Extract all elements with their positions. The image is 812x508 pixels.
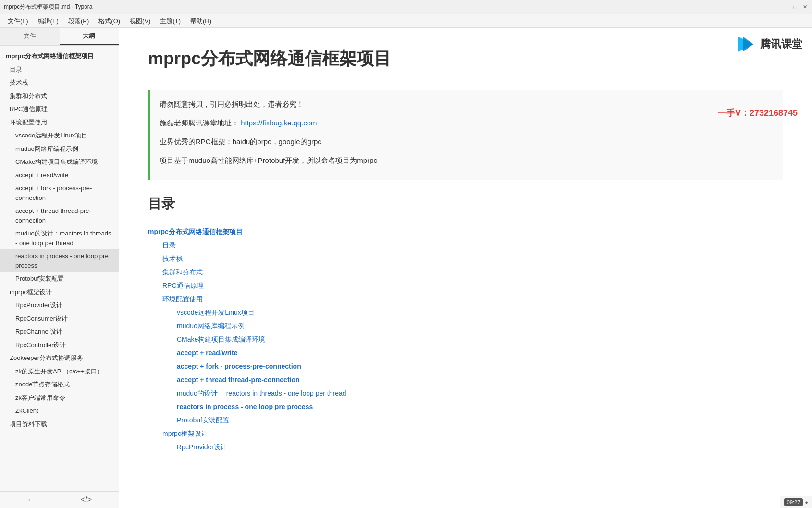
notice-line4: 项目基于muduo高性能网络库+Protobuf开发，所以命名项目为mprpc [160, 154, 774, 167]
time-badge: 09:27 [784, 498, 803, 506]
minimize-button[interactable]: — [782, 4, 789, 11]
sidebar-bottom: ← </> [0, 491, 119, 508]
menu-edit[interactable]: 编辑(E) [34, 16, 62, 26]
sidebar-item-muduo[interactable]: muduo网络库编程示例 [0, 142, 119, 156]
sidebar-item-mprpc-design[interactable]: mprpc框架设计 [0, 285, 119, 299]
menu-view[interactable]: 视图(V) [126, 16, 154, 26]
sidebar-item-env[interactable]: 环境配置使用 [0, 116, 119, 129]
svg-marker-1 [743, 37, 753, 52]
content-area: 腾讯课堂 mprpc分布式网络通信框架项目 请勿随意拷贝，引用必指明出处，违者必… [119, 28, 812, 508]
sidebar-item-techstack[interactable]: 技术栈 [0, 76, 119, 89]
sidebar-item-vscode[interactable]: vscode远程开发Linux项目 [0, 129, 119, 142]
page-title: mprpc分布式网络通信框架项目 [148, 47, 783, 75]
sidebar: 文件 大纲 mprpc分布式网络通信框架项目 目录 技术栈 集群和分布式 RPC… [0, 28, 119, 508]
toc-main-link[interactable]: mprpc分布式网络通信框架项目 [148, 225, 783, 238]
menu-bar: 文件(F) 编辑(E) 段落(P) 格式(O) 视图(V) 主题(T) 帮助(H… [0, 14, 812, 28]
sidebar-item-accept-rw[interactable]: accept + read/write [0, 169, 119, 182]
toc-item-4[interactable]: 环境配置使用 [162, 292, 783, 306]
toc-item-15[interactable]: RpcProvider设计 [177, 440, 783, 454]
notice-link[interactable]: https://fixbug.ke.qq.com [241, 119, 317, 127]
menu-paragraph[interactable]: 段落(P) [64, 16, 93, 26]
sidebar-item-zk-cmd[interactable]: zk客户端常用命令 [0, 391, 119, 405]
title-bar-left: mprpc分布式框架项目.md - Typora [4, 3, 92, 11]
title-bar: mprpc分布式框架项目.md - Typora — □ ✕ [0, 0, 812, 14]
sidebar-item-rpcprovider[interactable]: RpcProvider设计 [0, 298, 119, 312]
menu-help[interactable]: 帮助(H) [186, 16, 215, 26]
sidebar-item-rpcconsumer[interactable]: RpcConsumer设计 [0, 312, 119, 325]
sidebar-item-reactors[interactable]: reactors in process - one loop pre proce… [0, 249, 119, 272]
sidebar-item-accept-fork[interactable]: accept + fork - process-pre-connection [0, 182, 119, 204]
code-icon[interactable]: </> [81, 496, 92, 504]
notice-line2: 施磊老师腾讯课堂地址： https://fixbug.ke.qq.com [160, 116, 774, 129]
toc-item-0[interactable]: 目录 [162, 238, 783, 252]
toc-item-11[interactable]: muduo的设计： reactors in threads - one loop… [177, 386, 783, 400]
title-bar-controls: — □ ✕ [782, 4, 808, 11]
sidebar-item-zk-api[interactable]: zk的原生开发API（c/c++接口） [0, 365, 119, 378]
close-button[interactable]: ✕ [801, 4, 808, 11]
sidebar-item-rpcchannel[interactable]: RpcChannel设计 [0, 325, 119, 338]
sidebar-item-download[interactable]: 项目资料下载 [0, 418, 119, 431]
toc-item-10[interactable]: accept + thread thread-pre-connection [177, 373, 783, 386]
tab-files[interactable]: 文件 [0, 28, 60, 45]
toc-item-7[interactable]: CMake构建项目集成编译环境 [177, 333, 783, 346]
maximize-button[interactable]: □ [792, 4, 799, 11]
sidebar-item-znode[interactable]: znode节点存储格式 [0, 378, 119, 391]
menu-file[interactable]: 文件(F) [4, 16, 32, 26]
toc-item-5[interactable]: vscode远程开发Linux项目 [177, 306, 783, 319]
sidebar-item-zookeeper[interactable]: Zookeeper分布式协调服务 [0, 351, 119, 365]
sidebar-item-cmake[interactable]: CMake构建项目集成编译环境 [0, 155, 119, 169]
tencent-label: 腾讯课堂 [760, 37, 802, 51]
sidebar-item-muduo-design[interactable]: muduo的设计：reactors in threads - one loop … [0, 227, 119, 249]
sidebar-item-rpc[interactable]: RPC通信原理 [0, 102, 119, 116]
notice-line2-prefix: 施磊老师腾讯课堂地址： [160, 119, 239, 127]
sidebar-item-protobuf[interactable]: Protobuf安装配置 [0, 272, 119, 285]
toc-item-8[interactable]: accept + read/write [177, 346, 783, 359]
toc: mprpc分布式网络通信框架项目 目录 技术栈 集群和分布式 RPC通信原理 环… [148, 225, 783, 454]
toc-heading: 目录 [148, 195, 783, 217]
notice-line3: 业界优秀的RPC框架：baidu的brpc，google的grpc [160, 135, 774, 148]
sidebar-item-cluster[interactable]: 集群和分布式 [0, 89, 119, 103]
notice-line1: 请勿随意拷贝，引用必指明出处，违者必究！ [160, 98, 774, 111]
sidebar-item-toc[interactable]: 目录 [0, 63, 119, 76]
sidebar-item-rpccontroller[interactable]: RpcController设计 [0, 338, 119, 352]
menu-format[interactable]: 格式(O) [95, 16, 124, 26]
bottom-bar: 09:27 ● [780, 496, 812, 508]
toc-item-3[interactable]: RPC通信原理 [162, 279, 783, 292]
sidebar-item-accept-thread[interactable]: accept + thread thread-pre-connection [0, 204, 119, 227]
left-arrow-icon[interactable]: ← [27, 496, 35, 504]
notice-block: 请勿随意拷贝，引用必指明出处，违者必究！ 施磊老师腾讯课堂地址： https:/… [148, 90, 783, 180]
toc-item-13[interactable]: Protobuf安装配置 [177, 413, 783, 427]
sidebar-tabs: 文件 大纲 [0, 28, 119, 46]
toc-item-1[interactable]: 技术栈 [162, 252, 783, 265]
toc-item-2[interactable]: 集群和分布式 [162, 265, 783, 279]
record-icon: ● [805, 499, 808, 505]
sidebar-item-zkclient[interactable]: ZkClient [0, 404, 119, 418]
toc-item-9[interactable]: accept + fork - process-pre-connection [177, 359, 783, 373]
watermark: 一手V：2732168745 [718, 107, 798, 119]
sidebar-content: mprpc分布式网络通信框架项目 目录 技术栈 集群和分布式 RPC通信原理 环… [0, 46, 119, 491]
tencent-icon [734, 33, 757, 56]
tab-outline[interactable]: 大纲 [60, 28, 119, 45]
toc-item-12[interactable]: reactors in process - one loop pre proce… [177, 400, 783, 413]
main-layout: 文件 大纲 mprpc分布式网络通信框架项目 目录 技术栈 集群和分布式 RPC… [0, 28, 812, 508]
tencent-logo: 腾讯课堂 [734, 33, 802, 56]
menu-theme[interactable]: 主题(T) [156, 16, 185, 26]
toc-item-14[interactable]: mprpc框架设计 [162, 427, 783, 440]
window-title: mprpc分布式框架项目.md - Typora [4, 3, 92, 11]
toc-item-6[interactable]: muduo网络库编程示例 [177, 319, 783, 333]
sidebar-item-main-title[interactable]: mprpc分布式网络通信框架项目 [0, 50, 119, 63]
